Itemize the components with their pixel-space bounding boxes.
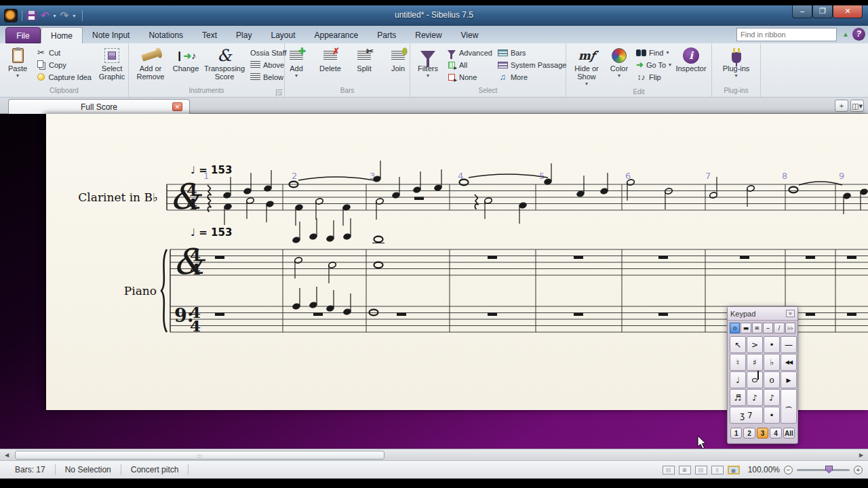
keypad-play-button[interactable]: ▶ (781, 371, 797, 388)
keypad-title-bar[interactable]: Keypad ✕ (728, 307, 797, 321)
go-to-button[interactable]: ➜ Go To ▾ (634, 59, 672, 70)
keypad-tab-articulations[interactable]: ⌢ (763, 323, 773, 333)
flip-button[interactable]: ↕♪ Flip (634, 71, 672, 83)
select-all-button[interactable]: All (444, 59, 494, 70)
color-dropdown-icon[interactable]: ▾ (618, 73, 620, 79)
collapse-ribbon-icon[interactable]: ▲ (842, 30, 849, 38)
tab-parts[interactable]: Parts (368, 27, 406, 43)
tab-layout[interactable]: Layout (261, 27, 304, 43)
view-single-page-icon[interactable]: ▯ (711, 466, 724, 474)
keypad-layout-1[interactable]: 1 (730, 428, 742, 439)
tab-list-dropdown-icon[interactable]: ◫▾ (850, 100, 864, 112)
copy-button[interactable]: Copy (34, 59, 94, 70)
system-passage-button[interactable]: System Passage (496, 59, 566, 70)
tab-notations[interactable]: Notations (139, 27, 193, 43)
scroll-left-icon[interactable]: ◀ (1, 450, 12, 460)
keypad-layout-3[interactable]: 3 (757, 428, 768, 439)
zoom-out-icon[interactable]: − (784, 466, 793, 474)
keypad-tenuto-button[interactable]: — (781, 336, 797, 353)
filters-dropdown-icon[interactable]: ▾ (427, 73, 429, 79)
instruments-dialog-launcher[interactable]: ◲ (276, 89, 283, 96)
filters-button[interactable]: Filters ▾ (413, 45, 443, 87)
minimize-button[interactable]: – (792, 5, 812, 18)
new-tab-button[interactable]: + (835, 100, 848, 112)
tab-play[interactable]: Play (226, 27, 261, 43)
paste-dropdown-icon[interactable]: ▾ (16, 73, 19, 79)
keypad-tie-button[interactable]: ⌢ (781, 389, 797, 424)
keypad-layout-4[interactable]: 4 (770, 428, 781, 439)
keypad-natural-button[interactable]: ♮ (730, 354, 746, 371)
change-instrument-button[interactable]: ❙➜♪ Change (171, 45, 201, 87)
capture-idea-button[interactable]: Capture Idea (34, 71, 94, 83)
keypad-tab-jazz[interactable]: / (774, 323, 784, 333)
close-button[interactable]: ✕ (833, 5, 863, 18)
keypad-dot-button[interactable]: • (764, 407, 780, 424)
add-bar-dropdown-icon[interactable]: ▾ (295, 73, 298, 79)
keypad-staccato-button[interactable]: • (764, 336, 780, 353)
close-tab-icon[interactable]: ✕ (172, 102, 182, 111)
delete-bar-button[interactable]: ✗ Delete (315, 45, 345, 87)
select-more-button[interactable]: ♫ More (496, 71, 566, 83)
split-bar-button[interactable]: ✂ Split (349, 45, 379, 87)
zoom-slider-thumb[interactable] (825, 466, 833, 474)
select-advanced-button[interactable]: Advanced (444, 47, 494, 58)
paste-button[interactable]: Paste ▾ (3, 45, 33, 87)
keypad-eighth-note-button[interactable]: ♪ (747, 389, 763, 406)
tab-text[interactable]: Text (193, 27, 226, 43)
tab-home[interactable]: Home (41, 27, 83, 43)
keypad-layout-all[interactable]: All (783, 428, 795, 439)
keypad-tab-common-notes[interactable]: o (730, 323, 740, 333)
pitch-mode[interactable]: Concert pitch (121, 464, 189, 475)
keypad-sixteenth-note-button[interactable]: ♬ (730, 389, 746, 406)
keypad-tab-more-notes[interactable]: ▬ (741, 323, 751, 333)
hide-or-show-button[interactable]: m𝑓 Hide or Show ▾ (569, 45, 604, 88)
keypad-flat-button[interactable]: ♭ (764, 354, 780, 371)
zoom-slider[interactable] (797, 469, 850, 471)
view-panorama-icon[interactable]: ▯▯ (663, 466, 675, 474)
maximize-button[interactable]: ❐ (812, 5, 833, 18)
find-in-ribbon-input[interactable] (736, 28, 837, 41)
cut-button[interactable]: ✂ Cut (34, 47, 94, 58)
tab-view[interactable]: View (452, 27, 488, 43)
view-current-icon[interactable]: ▦ (728, 466, 740, 474)
inspector-button[interactable]: i Inspector (673, 45, 709, 88)
keypad-layout-2[interactable]: 2 (743, 428, 755, 439)
keypad-eighth-note-2-button[interactable]: ♪ (764, 389, 780, 406)
plugins-dropdown-icon[interactable]: ▾ (734, 73, 737, 79)
select-bars-button[interactable]: Bars (496, 47, 566, 58)
plugins-button[interactable]: Plug-ins ▾ (721, 45, 752, 87)
add-or-remove-button[interactable]: Add or Remove (132, 45, 170, 87)
add-bar-button[interactable]: ✚ Add ▾ (281, 45, 311, 87)
color-button[interactable]: Color ▾ (606, 45, 633, 88)
keypad-tab-accidentals[interactable]: ♭♭ (785, 323, 795, 333)
view-pages-icon[interactable]: ▯▯ (695, 466, 707, 474)
join-bar-button[interactable]: ⬮ Join (383, 45, 413, 87)
hide-show-dropdown-icon[interactable]: ▾ (585, 81, 588, 87)
inspector-icon: i (683, 47, 699, 64)
tab-full-score[interactable]: Full Score ✕ (8, 99, 190, 114)
select-graphic-button[interactable]: Select Graphic (95, 45, 129, 87)
keypad-rewind-button[interactable]: ◀◀ (781, 354, 797, 371)
keypad-close-icon[interactable]: ✕ (786, 310, 795, 317)
view-spread-icon[interactable]: ⊞ (679, 466, 691, 474)
scrollbar-thumb[interactable]: ∶∶∶ (15, 451, 384, 460)
scroll-right-icon[interactable]: ▶ (856, 450, 867, 460)
transposing-score-button[interactable]: & Transposing Score (202, 45, 247, 87)
keypad-sharp-button[interactable]: ♯ (747, 354, 763, 371)
find-button[interactable]: Find ▾ (634, 47, 672, 58)
tab-file[interactable]: File (5, 27, 41, 43)
keypad-pointer-button[interactable]: ↖ (730, 336, 746, 353)
select-none-button[interactable]: None (444, 71, 494, 83)
keypad-half-note-button[interactable] (747, 371, 763, 388)
help-button[interactable]: ? (852, 28, 865, 41)
keypad-tab-beams[interactable]: ≡ (752, 323, 762, 333)
keypad-quarter-note-button[interactable]: ♩ (730, 371, 746, 388)
zoom-in-icon[interactable]: + (854, 466, 863, 474)
keypad-accent-button[interactable]: > (747, 336, 763, 353)
tab-appearance[interactable]: Appearance (304, 27, 368, 43)
keypad-whole-note-button[interactable]: o (764, 371, 780, 388)
tab-review[interactable]: Review (406, 27, 451, 43)
keypad-rest-button[interactable]: ʒ 7 (730, 407, 763, 424)
horizontal-scrollbar[interactable]: ◀ ∶∶∶ ▶ (0, 449, 868, 460)
tab-note-input[interactable]: Note Input (83, 27, 139, 43)
